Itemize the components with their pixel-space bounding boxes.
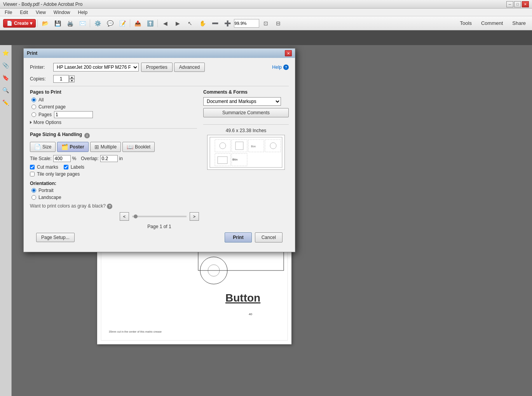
app-title: Viewer - Body.pdf - Adobe Acrobat Pro bbox=[3, 2, 82, 7]
menu-help[interactable]: Help bbox=[77, 10, 89, 15]
menu-edit[interactable]: Edit bbox=[18, 10, 30, 15]
overlap-input[interactable] bbox=[100, 155, 118, 162]
svg-text:Box: Box bbox=[251, 145, 256, 148]
booklet-tab-icon: 📖 bbox=[127, 144, 133, 150]
tab-booklet[interactable]: 📖 Booklet bbox=[122, 142, 155, 152]
create-button[interactable]: 📄 Create ▾ bbox=[3, 19, 36, 28]
share-button[interactable]: 📤 bbox=[132, 18, 143, 28]
zoom-in-button[interactable]: ➕ bbox=[222, 18, 233, 28]
radio-pages-input[interactable] bbox=[31, 112, 36, 117]
orientation-label: Orientation: bbox=[30, 181, 56, 186]
tab-size[interactable]: 📄 Size bbox=[30, 142, 56, 152]
dialog-body: Printer: HP LaserJet 200 color MFP M276 … bbox=[24, 58, 295, 252]
export-button[interactable]: ⬆️ bbox=[144, 18, 156, 28]
back-button[interactable]: ◀ bbox=[159, 18, 171, 28]
comments-select[interactable]: Document and Markups Document Form Field… bbox=[203, 97, 281, 106]
email-button[interactable]: ✉️ bbox=[77, 18, 88, 28]
cut-marks-checkbox[interactable] bbox=[30, 165, 35, 169]
svg-text:Btn: Btn bbox=[232, 158, 237, 161]
title-bar: Viewer - Body.pdf - Adobe Acrobat Pro ─ … bbox=[0, 0, 532, 9]
close-button[interactable]: ✕ bbox=[522, 1, 529, 7]
cut-marks-label: Cut marks bbox=[37, 164, 58, 170]
tile-scale-input[interactable] bbox=[53, 155, 71, 162]
minimize-button[interactable]: ─ bbox=[506, 1, 513, 7]
page-slider-thumb[interactable] bbox=[134, 215, 138, 218]
pages-radio-group: All Current page Pages bbox=[31, 97, 197, 118]
advanced-button[interactable]: Advanced bbox=[174, 63, 205, 72]
radio-current[interactable]: Current page bbox=[31, 104, 197, 110]
gray-info-icon[interactable]: ? bbox=[107, 204, 112, 209]
radio-all-input[interactable] bbox=[31, 98, 36, 102]
pan-tool[interactable]: ✋ bbox=[197, 18, 208, 28]
more-options[interactable]: More Options bbox=[30, 120, 197, 125]
menu-view[interactable]: View bbox=[34, 10, 47, 15]
settings-button[interactable]: ⚙️ bbox=[92, 18, 103, 28]
copies-up-button[interactable]: ▲ bbox=[69, 75, 75, 79]
share-tab[interactable]: Share bbox=[509, 19, 529, 27]
summarize-comments-button[interactable]: Summarize Comments bbox=[203, 108, 289, 117]
size-tab-icon: 📄 bbox=[34, 144, 41, 150]
copies-down-button[interactable]: ▼ bbox=[69, 79, 75, 82]
svg-text:Button: Button bbox=[225, 292, 260, 304]
sidebar-icon-3[interactable]: 🔖 bbox=[1, 73, 10, 82]
select-tool[interactable]: ↖ bbox=[184, 18, 196, 28]
printer-select[interactable]: HP LaserJet 200 color MFP M276 PCL 6 bbox=[53, 63, 139, 72]
gray-text-label: Want to print colors as gray & black? bbox=[30, 203, 106, 209]
copies-row: Copies: ▲ ▼ bbox=[30, 75, 289, 83]
pages-range-input[interactable] bbox=[54, 111, 93, 118]
sidebar-icon-5[interactable]: ✏️ bbox=[1, 98, 10, 107]
menu-file[interactable]: File bbox=[3, 10, 14, 15]
prev-page-button[interactable]: < bbox=[120, 212, 129, 221]
radio-portrait-input[interactable] bbox=[31, 188, 36, 193]
radio-portrait[interactable]: Portrait bbox=[31, 188, 197, 193]
forward-button[interactable]: ▶ bbox=[172, 18, 183, 28]
sidebar-icon-4[interactable]: 🔍 bbox=[1, 85, 10, 95]
footer-right-buttons: Print Cancel bbox=[225, 232, 283, 242]
cancel-button[interactable]: Cancel bbox=[255, 232, 283, 242]
comment-button[interactable]: 💬 bbox=[104, 18, 116, 28]
content-area: Cut-crease Matrix Cut-crease Button 188.… bbox=[12, 45, 532, 396]
page-setup-button[interactable]: Page Setup... bbox=[36, 233, 75, 242]
left-column: Pages to Print All Current page bbox=[30, 89, 197, 209]
print-toolbar-button[interactable]: 🖨️ bbox=[64, 18, 76, 28]
radio-landscape-input[interactable] bbox=[31, 195, 36, 200]
tab-poster[interactable]: 🗂️ Poster bbox=[57, 142, 88, 152]
next-page-button[interactable]: > bbox=[190, 212, 199, 221]
radio-landscape[interactable]: Landscape bbox=[31, 195, 197, 200]
save-button[interactable]: 💾 bbox=[52, 18, 63, 28]
tile-scale-row: Tile Scale: % bbox=[30, 155, 76, 162]
dialog-title-bar[interactable]: Print ✕ bbox=[24, 49, 295, 58]
tile-only-checkbox[interactable] bbox=[30, 172, 35, 176]
print-button[interactable]: Print bbox=[225, 232, 251, 242]
tools-tab[interactable]: Tools bbox=[457, 19, 475, 27]
overlap-row: Overlap: in bbox=[81, 155, 123, 162]
preview-box: Box Btn bbox=[207, 135, 285, 170]
sizing-info-icon[interactable]: i bbox=[84, 133, 90, 138]
zoom-out-button[interactable]: ➖ bbox=[209, 18, 221, 28]
menu-window[interactable]: Window bbox=[52, 10, 72, 15]
radio-current-input[interactable] bbox=[31, 105, 36, 109]
maximize-button[interactable]: □ bbox=[514, 1, 521, 7]
properties-button[interactable]: Properties bbox=[141, 63, 173, 72]
sidebar-icon-1[interactable]: ⭐ bbox=[1, 48, 10, 58]
copies-input[interactable] bbox=[53, 75, 69, 83]
sidebar-icon-2[interactable]: 📎 bbox=[1, 61, 10, 70]
portrait-label: Portrait bbox=[38, 188, 54, 193]
tab-multiple[interactable]: ⊞ Multiple bbox=[90, 142, 121, 152]
labels-checkbox[interactable] bbox=[64, 165, 68, 169]
page-slider[interactable] bbox=[132, 216, 187, 217]
copies-label: Copies: bbox=[30, 76, 53, 82]
radio-pages[interactable]: Pages bbox=[31, 111, 197, 118]
radio-all[interactable]: All bbox=[31, 97, 197, 103]
annotation-button[interactable]: 📝 bbox=[117, 18, 128, 28]
fit-width-button[interactable]: ⊟ bbox=[272, 18, 284, 28]
dialog-close-button[interactable]: ✕ bbox=[285, 50, 292, 56]
open-button[interactable]: 📂 bbox=[39, 18, 51, 28]
zoom-input[interactable] bbox=[234, 19, 259, 28]
fit-page-button[interactable]: ⊡ bbox=[260, 18, 272, 28]
main-content: Pages to Print All Current page bbox=[30, 89, 289, 209]
comment-tab[interactable]: Comment bbox=[478, 19, 506, 27]
help-link[interactable]: Help ? bbox=[272, 65, 289, 70]
tab-size-label: Size bbox=[42, 144, 51, 150]
comments-forms-title: Comments & Forms bbox=[203, 89, 289, 95]
